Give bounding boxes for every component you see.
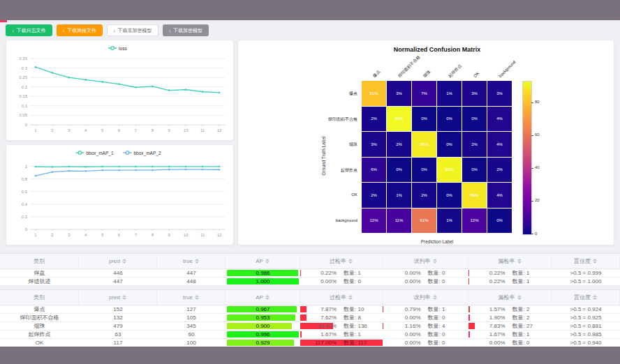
rate-value: 0.00% xyxy=(396,314,421,321)
ap-value: 0.900 xyxy=(227,323,299,329)
column-header-gj[interactable]: 过检率 xyxy=(300,290,383,305)
matrix-cell: 61% xyxy=(412,208,436,234)
rate-value: 0.22% xyxy=(480,278,505,285)
column-header-conf[interactable]: 置信度 xyxy=(552,290,620,305)
column-header-gj[interactable]: 过检率 xyxy=(300,254,383,269)
download-report-file-button[interactable]: ↓下载简报文件 xyxy=(57,24,103,36)
sort-caret-icon[interactable] xyxy=(195,295,199,300)
rate-count: 数量: 4 xyxy=(428,322,456,330)
sort-ascending-icon xyxy=(433,295,437,297)
cell-miss-rate: 7.83%数量: 27 xyxy=(468,322,552,331)
matrix-row-label: 烟珠 xyxy=(308,142,357,148)
matrix-row-label: 爆点 xyxy=(308,91,357,97)
loss-chart-card: 00.050.10.150.20.250.30.3512345678910111… xyxy=(6,40,234,141)
rate-value: 0.79% xyxy=(396,306,421,312)
rate-count: 数量: 0 xyxy=(344,278,371,285)
colorbar-tick-label: 80 xyxy=(535,100,540,104)
download-unencrypted-model-button[interactable]: ↓下载非加密模型 xyxy=(107,24,158,36)
cell-confidence: >0.5 = 0.925 xyxy=(552,314,620,322)
svg-text:loss: loss xyxy=(119,46,127,51)
column-header-wp[interactable]: 误判率 xyxy=(383,254,468,269)
matrix-cell: 89% xyxy=(462,183,487,208)
matrix-cell: 0% xyxy=(487,208,512,234)
sort-ascending-icon xyxy=(195,259,199,261)
matrix-column-label: background xyxy=(497,59,517,79)
rate-content: 1.16%数量: 4 xyxy=(396,322,456,330)
cell-true: 60 xyxy=(157,331,226,339)
sort-caret-icon[interactable] xyxy=(265,295,270,300)
matrix-row-label: background xyxy=(308,218,357,222)
sort-caret-icon[interactable] xyxy=(348,295,353,300)
cell-misjudge-rate: 0.79%数量: 1 xyxy=(383,305,468,314)
matrix-cell: 92% xyxy=(437,158,462,183)
rate-content: 7.83%数量: 27 xyxy=(480,322,540,330)
sort-caret-icon[interactable] xyxy=(593,259,597,264)
loss-chart: 00.050.10.150.20.250.30.3512345678910111… xyxy=(6,40,233,140)
column-header-ap[interactable]: AP xyxy=(226,254,300,269)
misjudge-rate-bar xyxy=(383,323,383,329)
rate-count: 数量: 0 xyxy=(428,331,456,338)
column-header-name: 类别 xyxy=(0,254,79,269)
matrix-colorbar xyxy=(522,81,532,235)
sort-caret-icon[interactable] xyxy=(517,295,522,300)
rate-value: 0.00% xyxy=(396,331,421,338)
matrix-row-label: 起焊炸点 xyxy=(308,167,357,174)
sort-ascending-icon xyxy=(348,295,353,297)
table-grid: 类别predtrueAP过检率误判率漏检率置信度焊盘4464470.9860.2… xyxy=(0,254,620,286)
sort-caret-icon[interactable] xyxy=(122,295,126,300)
overdetect-rate-bar xyxy=(300,306,307,312)
download-log-file-button[interactable]: ↓下载日志文件 xyxy=(6,24,52,36)
column-header-lj[interactable]: 漏检率 xyxy=(468,290,552,305)
sort-ascending-icon xyxy=(122,295,126,297)
rate-value: 0.00% xyxy=(396,340,421,346)
matrix-cell: 93% xyxy=(387,107,411,132)
svg-text:5: 5 xyxy=(101,128,104,132)
column-header-pred[interactable]: pred xyxy=(79,254,157,269)
progress-sliver xyxy=(0,20,7,22)
cell-overdetect-rate: 7.87%数量: 10 xyxy=(300,305,383,314)
rate-content: 7.62%数量: 8 xyxy=(311,314,371,321)
sort-descending-icon xyxy=(122,261,126,264)
matrix-cell: 0% xyxy=(412,107,436,132)
sort-caret-icon[interactable] xyxy=(122,259,126,264)
rate-content: 0.22%数量: 1 xyxy=(480,269,540,277)
colorbar-tick-mark xyxy=(531,103,533,103)
column-header-conf[interactable]: 置信度 xyxy=(552,254,620,269)
cell-miss-rate: 1.90%数量: 2 xyxy=(468,314,552,322)
sort-caret-icon[interactable] xyxy=(517,259,522,264)
column-header-wp[interactable]: 误判率 xyxy=(383,290,468,305)
sort-caret-icon[interactable] xyxy=(348,259,353,264)
rate-value: 0.00% xyxy=(480,340,505,346)
rate-count: 数量: 117 xyxy=(344,339,371,347)
bottom-chrome-bar xyxy=(0,347,620,364)
sort-caret-icon[interactable] xyxy=(433,295,437,300)
column-header-true[interactable]: true xyxy=(157,290,226,305)
ap-value: 0.996 xyxy=(227,331,299,338)
miss-rate-bar xyxy=(468,278,469,285)
svg-text:8: 8 xyxy=(152,233,154,237)
column-header-ap[interactable]: AP xyxy=(226,290,300,305)
column-header-true[interactable]: true xyxy=(157,254,226,269)
cell-miss-rate: 1.67%数量: 1 xyxy=(468,331,552,339)
sort-caret-icon[interactable] xyxy=(433,259,437,264)
column-header-name: 类别 xyxy=(0,290,79,305)
rate-content: 0.00%数量: 0 xyxy=(396,314,456,321)
rate-count: 数量: 0 xyxy=(428,278,456,285)
svg-text:0.8: 0.8 xyxy=(22,177,28,181)
svg-text:1: 1 xyxy=(25,165,28,169)
rate-content: 7.87%数量: 10 xyxy=(311,305,371,313)
sort-caret-icon[interactable] xyxy=(265,259,270,264)
svg-text:5: 5 xyxy=(101,233,104,237)
sort-caret-icon[interactable] xyxy=(593,295,597,300)
download-toolbar: ↓下载日志文件↓下载简报文件↓下载非加密模型↓下载加密模型 xyxy=(6,24,209,36)
download-encrypted-model-button[interactable]: ↓下载加密模型 xyxy=(163,24,209,36)
cell-pred: 447 xyxy=(79,278,157,286)
sort-ascending-icon xyxy=(348,259,353,261)
column-header-pred[interactable]: pred xyxy=(79,290,157,305)
sort-caret-icon[interactable] xyxy=(195,259,199,264)
svg-text:0.15: 0.15 xyxy=(19,94,27,98)
column-header-lj[interactable]: 漏检率 xyxy=(468,254,552,269)
matrix-cell: 4% xyxy=(487,132,512,157)
sort-ascending-icon xyxy=(265,295,270,297)
matrix-cell: 4% xyxy=(487,107,512,132)
